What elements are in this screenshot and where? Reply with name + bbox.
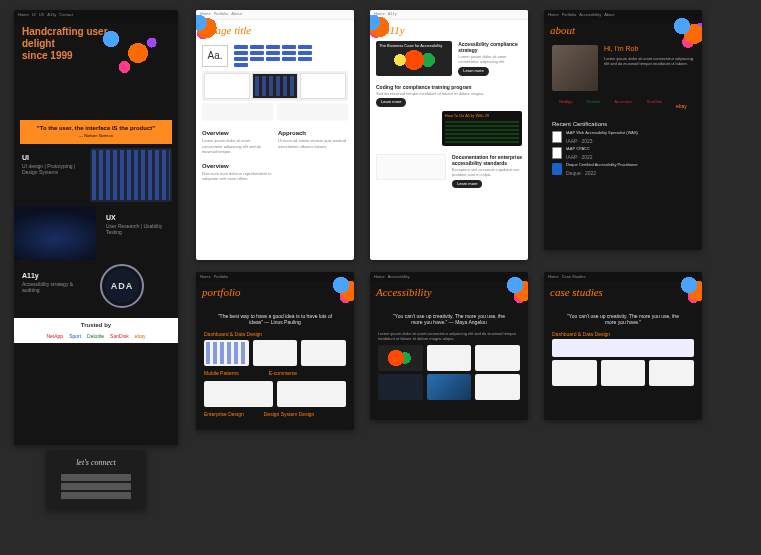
design-canvas[interactable]: Home UI UX A11y Contact Handcrafting use… [0, 0, 761, 555]
case-shot[interactable] [649, 360, 694, 386]
cert-sub: Deque · 2022 [566, 170, 694, 176]
portfolio-shot[interactable] [253, 340, 298, 366]
learn-more-button[interactable]: Learn more [376, 98, 406, 107]
lorem: Sed do eiusmod tempor incididunt ut labo… [376, 92, 522, 97]
thumb-accessibility[interactable]: Home Accessibility Accessibility "You ca… [370, 272, 528, 420]
nav-item[interactable]: UX [39, 13, 45, 18]
thumb-portfolio[interactable]: Home Portfolio portfolio "The best way t… [196, 272, 354, 430]
email-input[interactable] [61, 483, 131, 490]
tile-ui[interactable]: UI UI design | Prototyping | Design Syst… [22, 154, 82, 174]
paint-splash [506, 276, 528, 306]
a11y-shot[interactable] [427, 345, 472, 371]
chart-preview [277, 103, 348, 121]
page-quote: "You can't use up creativity. The more y… [389, 313, 509, 325]
nav-item[interactable]: Home [18, 13, 29, 18]
cert-name: IAAP CPACC [566, 147, 694, 152]
lorem: Lorem ipsum dolor sit amet consectetur a… [604, 56, 694, 66]
profile-photo [552, 45, 598, 91]
portfolio-shot[interactable] [277, 381, 346, 407]
a11y-shot[interactable] [378, 345, 423, 371]
case-shot[interactable] [601, 360, 646, 386]
page-title: a11y [370, 20, 528, 41]
nav-item[interactable]: About [604, 13, 614, 18]
paint-splash [370, 15, 389, 39]
code-block [445, 121, 519, 143]
tile-ux[interactable]: UX User Research | Usability Testing [106, 214, 170, 234]
tile-ux-sub: User Research | Usability Testing [106, 223, 170, 235]
thumb-page-title[interactable]: Home Portfolio About page title Aa. [196, 10, 354, 260]
cert-badge-icon [552, 163, 562, 175]
nav-item[interactable]: Portfolio [214, 275, 229, 280]
quote-text: "To the user, the interface IS the produ… [37, 125, 155, 131]
a11y-shot[interactable] [475, 345, 520, 371]
portfolio-shot[interactable] [204, 381, 273, 407]
nav-item[interactable]: Contact [59, 13, 73, 18]
case-hero-shot[interactable] [552, 339, 694, 357]
section-overview: Overview [202, 130, 272, 137]
a11y-shot[interactable] [475, 374, 520, 400]
section-approach: Approach [278, 130, 348, 137]
trusted-title: Trusted by [14, 322, 178, 329]
group-title: Design System Design [264, 411, 315, 417]
code-card-title: How To Do A11y With JS [445, 114, 519, 119]
thumb-about[interactable]: Home Portfolio Accessibility About about… [544, 10, 702, 250]
cert-sub: IAAP · 2022 [566, 154, 694, 160]
page-title: page title [196, 20, 354, 41]
name-input[interactable] [61, 474, 131, 481]
portfolio-shot[interactable] [204, 340, 249, 366]
nav-item[interactable]: A11y [388, 12, 397, 17]
paint-splash [670, 14, 702, 54]
message-input[interactable] [61, 492, 131, 499]
page-title: portfolio [196, 282, 354, 303]
nav-bar: Home A11y [370, 10, 528, 20]
tile-ux-title: UX [106, 214, 170, 222]
nav-bar: Home Portfolio [196, 272, 354, 282]
cert-title: Recent Certifications [552, 121, 694, 128]
nav-item[interactable]: Case Studies [562, 275, 586, 280]
nav-item[interactable]: Accessibility [579, 13, 601, 18]
cert-item: IAAP Web Accessibility Specialist (WAS)I… [552, 131, 694, 144]
ui-mock-image [90, 148, 172, 202]
nav-item[interactable]: UI [32, 13, 36, 18]
logo-accenture: Accenture [615, 99, 633, 105]
nav-item[interactable]: Home [374, 275, 385, 280]
nav-item[interactable]: Portfolio [562, 13, 577, 18]
cert-name: IAAP Web Accessibility Specialist (WAS) [566, 131, 694, 136]
nav-item[interactable]: A11y [47, 13, 56, 18]
cert-item: IAAP CPACCIAAP · 2022 [552, 147, 694, 160]
a11y-shot[interactable] [427, 374, 472, 400]
tile-ui-sub: UI design | Prototyping | Design Systems [22, 163, 82, 175]
learn-more-button[interactable]: Learn more [458, 67, 488, 76]
logo-ebay: ebay [135, 333, 146, 339]
ux-mock-image [14, 206, 96, 260]
thumb-a11y[interactable]: Home A11y a11y The Business Case for Acc… [370, 10, 528, 260]
page-quote: "The best way to have a good idea is to … [215, 313, 335, 325]
lorem: Lorem ipsum dolor sit amet consectetur a… [458, 55, 522, 65]
cert-badge-icon [552, 147, 562, 159]
thumb-home[interactable]: Home UI UX A11y Contact Handcrafting use… [14, 10, 178, 445]
thumb-case-studies[interactable]: Home Case Studies case studies "You can'… [544, 272, 702, 420]
ada-graphic: ADA [100, 264, 144, 308]
a11y-shot[interactable] [378, 374, 423, 400]
nav-item[interactable]: Home [548, 275, 559, 280]
tile-a11y-title: A11y [22, 272, 86, 280]
nav-item[interactable]: Home [200, 275, 211, 280]
nav-item[interactable]: Home [548, 13, 559, 18]
group-title: Dashboard & Data Design [204, 331, 346, 337]
nav-item[interactable]: About [231, 12, 241, 17]
thumb-connect[interactable]: let's connect [46, 450, 146, 510]
lorem: Lorem ipsum dolor sit amet consectetur a… [202, 138, 272, 154]
nav-item[interactable]: Accessibility [388, 275, 410, 280]
case-shot[interactable] [552, 360, 597, 386]
portfolio-shot[interactable] [301, 340, 346, 366]
hero-quote: "To the user, the interface IS the produ… [20, 120, 172, 144]
logo-sandisk: SanDisk [647, 99, 662, 105]
lorem: Excepteur sint occaecat cupidatat non pr… [452, 168, 522, 178]
group-title: E-commerce [269, 370, 297, 376]
a11y-heading-training: Coding for compliance training program [376, 84, 522, 90]
tile-a11y[interactable]: A11y Accessibility strategy & auditing [22, 272, 86, 292]
paint-splash [332, 276, 354, 306]
a11y-heading-strategy: Accessibility compliance strategy [458, 41, 522, 53]
a11y-card-business: The Business Case for Accessibility [376, 41, 452, 75]
learn-more-button[interactable]: Learn more [452, 180, 482, 189]
